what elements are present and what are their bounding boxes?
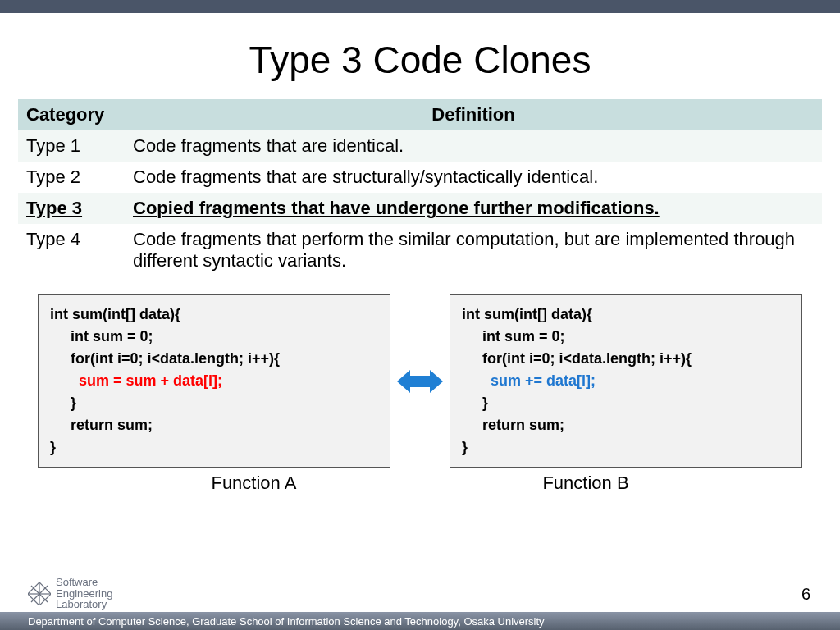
code-line: int sum(int[] data){ (462, 306, 592, 322)
title-underline (43, 89, 797, 89)
cell-category: Type 4 (18, 224, 125, 276)
col-category: Category (18, 99, 125, 130)
top-accent-bar (0, 0, 840, 13)
code-line: } (50, 395, 76, 411)
table-row: Type 1 Code fragments that are identical… (18, 130, 822, 162)
code-line: return sum; (462, 417, 564, 433)
footer: Software Engineering Laboratory Departme… (0, 577, 840, 630)
code-line: } (462, 439, 468, 455)
code-box-b: int sum(int[] data){ int sum = 0; for(in… (450, 294, 802, 468)
cell-definition: Code fragments that are structurally/syn… (125, 162, 822, 193)
code-line: for(int i=0; i<data.length; i++){ (50, 350, 280, 367)
code-line-highlight: sum = sum + data[i]; (50, 372, 222, 389)
svg-marker-0 (397, 370, 443, 393)
table-row: Type 3 Copied fragments that have underg… (18, 193, 822, 224)
cell-category: Type 1 (18, 130, 125, 162)
function-labels-row: Function A Function B (0, 472, 840, 494)
code-line-highlight: sum += data[i]; (462, 372, 596, 389)
page-title: Type 3 Code Clones (0, 38, 840, 82)
code-line: return sum; (50, 417, 153, 433)
function-b-label: Function B (542, 472, 628, 494)
cell-definition: Copied fragments that have undergone fur… (125, 193, 822, 224)
cell-category: Type 2 (18, 162, 125, 193)
logo-line3: Laboratory (56, 599, 112, 610)
code-line: } (462, 395, 488, 411)
table-row: Type 4 Code fragments that perform the s… (18, 224, 822, 276)
code-line: int sum = 0; (50, 328, 153, 345)
lab-logo: Software Engineering Laboratory (28, 577, 840, 610)
col-definition: Definition (125, 99, 822, 130)
code-line: for(int i=0; i<data.length; i++){ (462, 350, 692, 367)
logo-icon (28, 582, 51, 605)
bidirectional-arrow-icon (397, 365, 443, 398)
code-line: } (50, 439, 56, 455)
code-comparison-row: int sum(int[] data){ int sum = 0; for(in… (0, 294, 840, 468)
cell-definition: Code fragments that are identical. (125, 130, 822, 162)
table-row: Type 2 Code fragments that are structura… (18, 162, 822, 193)
footer-bar: Department of Computer Science, Graduate… (0, 612, 840, 630)
code-line: int sum = 0; (462, 328, 565, 345)
table-header-row: Category Definition (18, 99, 822, 130)
code-box-a: int sum(int[] data){ int sum = 0; for(in… (38, 294, 390, 468)
logo-line2: Engineering (56, 588, 112, 600)
cell-category: Type 3 (18, 193, 125, 224)
function-a-label: Function A (211, 472, 296, 494)
code-line: int sum(int[] data){ (50, 306, 180, 322)
logo-text: Software Engineering Laboratory (56, 577, 112, 610)
logo-line1: Software (56, 577, 112, 588)
cell-definition: Code fragments that perform the similar … (125, 224, 822, 276)
footer-text: Department of Computer Science, Graduate… (28, 615, 545, 628)
clone-types-table: Category Definition Type 1 Code fragment… (18, 99, 822, 276)
